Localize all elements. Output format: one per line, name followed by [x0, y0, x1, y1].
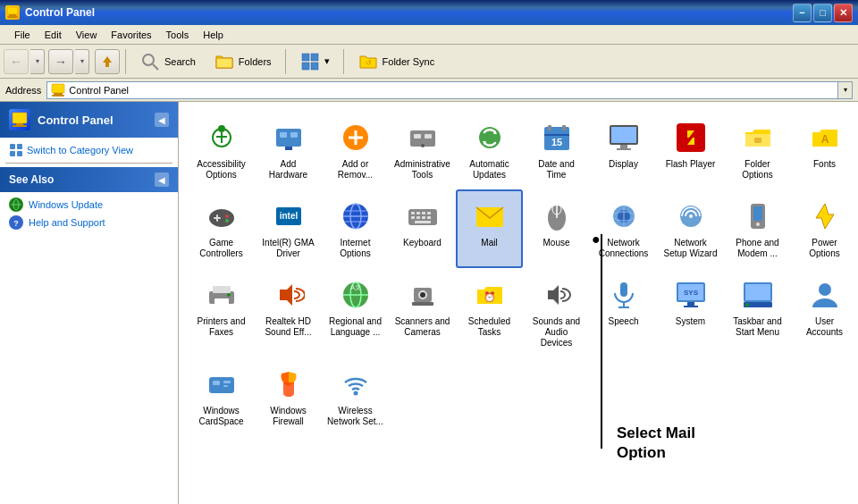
- svg-text:⏰: ⏰: [484, 290, 496, 303]
- menu-edit[interactable]: Edit: [38, 28, 69, 42]
- icon-item-scheduled-tasks[interactable]: ⏰Scheduled Tasks: [456, 268, 523, 357]
- annotation-line: [601, 234, 602, 449]
- icon-grid-area: Accessibility OptionsAdd HardwareAdd or …: [179, 102, 858, 504]
- svg-point-3: [143, 55, 154, 65]
- icon-item-automatic-updates[interactable]: Automatic Updates: [456, 111, 523, 189]
- icon-label: Speech: [609, 316, 639, 327]
- svg-rect-89: [753, 206, 762, 221]
- svg-rect-6: [311, 54, 318, 61]
- icon-label: System: [676, 316, 705, 327]
- icon-image: [673, 120, 709, 155]
- svg-rect-70: [416, 212, 420, 214]
- icon-label: Wireless Network Set...: [327, 406, 383, 427]
- svg-rect-37: [414, 134, 421, 139]
- icon-item-date-and-time[interactable]: 15Date and Time: [523, 111, 590, 189]
- svg-rect-74: [416, 216, 420, 219]
- icon-item-folder-options[interactable]: Folder Options: [724, 111, 791, 189]
- up-arrow-icon: [99, 54, 115, 70]
- icon-label: Taskbar and Start Menu: [729, 316, 786, 338]
- minimize-button[interactable]: −: [793, 4, 812, 22]
- menu-help[interactable]: Help: [196, 28, 231, 42]
- address-input[interactable]: Control Panel: [46, 81, 838, 99]
- windows-update-link[interactable]: Windows Update: [9, 197, 169, 212]
- folder-sync-button[interactable]: ↺ Folder Sync: [349, 47, 443, 76]
- icon-item-display[interactable]: Display: [590, 111, 657, 189]
- search-button[interactable]: Search: [131, 47, 204, 76]
- icon-item-taskbar-and-start-menu[interactable]: Taskbar and Start Menu: [724, 268, 791, 357]
- icon-item-mail[interactable]: Mail: [456, 189, 523, 268]
- svg-point-103: [420, 292, 425, 298]
- svg-text:↺: ↺: [365, 59, 371, 67]
- svg-rect-5: [302, 54, 309, 61]
- address-label: Address: [5, 85, 41, 96]
- back-dropdown[interactable]: ▾: [30, 49, 45, 74]
- icon-image: SYS: [673, 277, 709, 313]
- forward-dropdown[interactable]: ▾: [75, 49, 89, 74]
- icon-item-power-options[interactable]: Power Options: [791, 189, 858, 268]
- address-input-group[interactable]: Control Panel ▾: [46, 81, 853, 99]
- icon-item-sounds-and-audio-devices[interactable]: Sounds and Audio Devices: [523, 268, 590, 357]
- forward-button[interactable]: →: [48, 49, 73, 74]
- icon-item-internet-options[interactable]: Internet Options: [322, 189, 389, 268]
- up-button[interactable]: [95, 49, 120, 74]
- icon-item-flash-player[interactable]: Flash Player: [657, 111, 724, 189]
- icon-item-system[interactable]: SYSSystem: [657, 268, 724, 357]
- icon-item-add-hardware[interactable]: Add Hardware: [255, 111, 322, 189]
- svg-rect-77: [415, 221, 431, 223]
- svg-rect-7: [302, 63, 309, 70]
- maximize-button[interactable]: □: [813, 4, 832, 22]
- svg-rect-15: [13, 125, 27, 127]
- icon-item-game-controllers[interactable]: Game Controllers: [188, 189, 255, 268]
- views-button[interactable]: ▾: [291, 47, 338, 76]
- icon-label: Windows Firewall: [260, 406, 316, 427]
- icon-label: Mouse: [543, 238, 569, 248]
- icon-label: Phone and Modem ...: [729, 238, 786, 259]
- icon-item-administrative-tools[interactable]: Administrative Tools: [389, 111, 456, 189]
- icon-item-add-or-remov---[interactable]: Add or Remov...: [322, 111, 389, 189]
- icon-item-intel-r--gma-driver[interactable]: intelIntel(R) GMA Driver: [255, 189, 322, 268]
- icon-item-windows-cardspace[interactable]: Windows CardSpace: [188, 357, 255, 436]
- menu-favorites[interactable]: Favorites: [104, 28, 158, 42]
- icon-item-user-accounts[interactable]: User Accounts: [791, 268, 858, 357]
- icon-item-scanners-and-cameras[interactable]: Scanners and Cameras: [389, 268, 456, 357]
- icon-item-keyboard[interactable]: Keyboard: [389, 189, 456, 268]
- icon-image: [204, 366, 240, 402]
- icon-item-windows-firewall[interactable]: Windows Firewall: [255, 357, 322, 436]
- views-icon: [299, 51, 321, 72]
- icon-item-mouse[interactable]: Mouse: [523, 189, 590, 268]
- icon-item-phone-and-modem----[interactable]: Phone and Modem ...: [724, 189, 791, 268]
- icon-image: [740, 120, 776, 155]
- folders-button[interactable]: Folders: [206, 47, 280, 76]
- icon-label: Scheduled Tasks: [461, 316, 517, 338]
- address-dropdown[interactable]: ▾: [838, 81, 853, 99]
- switch-to-category-link[interactable]: Switch to Category View: [9, 143, 169, 157]
- svg-rect-73: [411, 216, 415, 219]
- menu-tools[interactable]: Tools: [159, 28, 197, 42]
- sidebar-switch: Switch to Category View: [0, 138, 178, 163]
- help-support-link[interactable]: ? Help and Support: [9, 215, 169, 230]
- icon-item-network-setup-wizard[interactable]: Network Setup Wizard: [657, 189, 724, 268]
- icon-label: Regional and Language ...: [327, 316, 383, 338]
- svg-point-119: [819, 283, 831, 296]
- icon-item-realtek-hd-sound-eff---[interactable]: Realtek HD Sound Eff...: [255, 268, 322, 357]
- close-button[interactable]: ✕: [834, 4, 853, 22]
- icon-image: A: [807, 120, 843, 155]
- icon-item-regional-and-language----[interactable]: A文Regional and Language ...: [322, 268, 389, 357]
- icon-item-accessibility-options[interactable]: Accessibility Options: [188, 111, 255, 189]
- see-also-collapse-button[interactable]: ◀: [155, 172, 169, 187]
- svg-rect-50: [620, 145, 627, 148]
- svg-point-124: [353, 391, 358, 396]
- svg-rect-0: [7, 7, 18, 14]
- icon-image: 15: [539, 120, 575, 155]
- sidebar-collapse-button[interactable]: ◀: [155, 113, 169, 127]
- menu-file[interactable]: File: [7, 28, 38, 42]
- icon-image: [740, 198, 776, 234]
- svg-rect-123: [223, 385, 228, 387]
- title-buttons[interactable]: − □ ✕: [793, 4, 853, 22]
- icon-image: [405, 198, 441, 234]
- icon-item-printers-and-faxes[interactable]: Printers and Faxes: [188, 268, 255, 357]
- back-button[interactable]: ←: [4, 49, 29, 74]
- menu-view[interactable]: View: [69, 28, 105, 42]
- icon-item-wireless-network-set---[interactable]: Wireless Network Set...: [322, 357, 389, 436]
- icon-item-fonts[interactable]: AFonts: [791, 111, 858, 189]
